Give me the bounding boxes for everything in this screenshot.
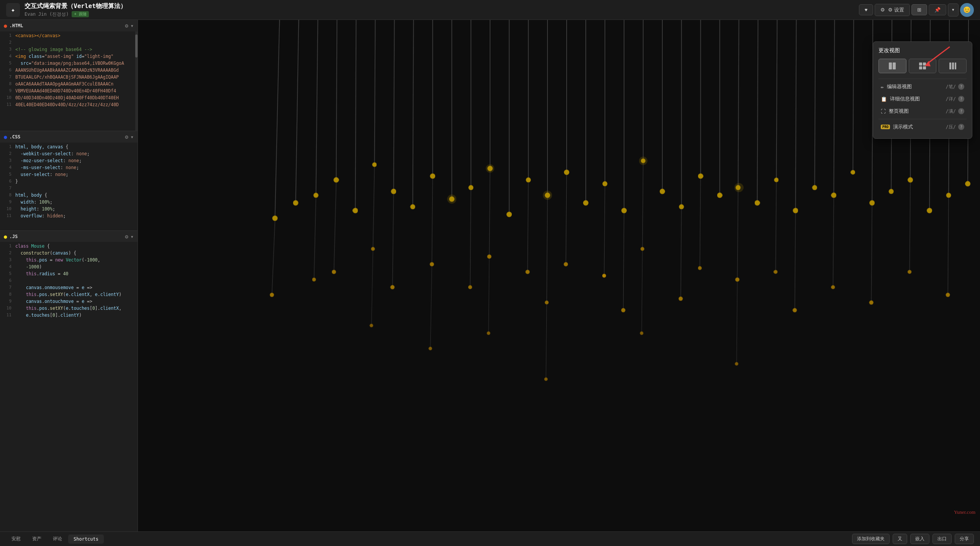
css-code-body: 1html, body, canvas { 2 -webkit-user-sel…	[0, 143, 138, 230]
svg-point-20	[371, 247, 375, 251]
css-line-2: 2 -webkit-user-select: none;	[0, 151, 138, 158]
svg-point-78	[640, 331, 643, 335]
svg-point-60	[564, 169, 569, 175]
dropdown-arrow-button[interactable]: ▾	[948, 3, 959, 16]
js-line-1: 1class Mouse {	[0, 243, 138, 250]
html-line-2: 2	[0, 40, 138, 47]
grid-icon: ⊞	[917, 7, 921, 13]
svg-point-100	[774, 178, 778, 182]
css-line-1: 1html, body, canvas {	[0, 144, 138, 151]
html-editor-icons[interactable]: ⚙ ▾	[125, 23, 134, 29]
css-editor-header: ● .CSS ⚙ ▾	[0, 131, 138, 143]
svg-point-132	[965, 181, 970, 186]
help-icon-details[interactable]: ?	[958, 96, 964, 102]
svg-point-135	[543, 191, 552, 200]
svg-point-28	[410, 204, 415, 209]
author-name: Evan Jin (진경성)	[25, 11, 69, 18]
svg-point-82	[679, 204, 684, 209]
svg-point-124	[908, 270, 911, 274]
help-icon-present[interactable]: ?	[958, 124, 964, 130]
js-line-2: 2 constructor(canvas) {	[0, 250, 138, 257]
svg-point-6	[293, 200, 298, 206]
popup-item-details[interactable]: 📋 详细信息视图 /详/ ?	[878, 93, 967, 105]
topbar: ✦ 交互式绳索背景（Verlet物理算法） Evan Jin (진경성) + 跟…	[0, 0, 980, 20]
popup-item-fullpage[interactable]: ⛶ 整页视图 /满/ ?	[878, 105, 967, 117]
popup-item-details-shortcut: /详/ ?	[946, 96, 964, 102]
view-option-grid[interactable]	[909, 59, 937, 73]
edit-icon: ✏️	[881, 84, 884, 90]
like-button[interactable]: ♥	[859, 4, 873, 15]
heart-icon: ♥	[865, 7, 868, 13]
layout-button[interactable]: ⊞	[911, 4, 927, 15]
popup-view-options	[878, 59, 967, 73]
svg-point-14	[332, 270, 336, 274]
avatar[interactable]: 😊	[960, 3, 974, 17]
svg-point-130	[946, 293, 950, 297]
svg-rect-142	[919, 62, 922, 66]
help-icon-editor[interactable]: ?	[958, 84, 964, 90]
change-view-popup: 更改视图	[873, 41, 972, 139]
svg-rect-143	[923, 62, 926, 66]
popup-item-present[interactable]: PRO 演示模式 /压/ ?	[878, 121, 967, 133]
js-editor-icons[interactable]: ⚙ ▾	[125, 234, 134, 240]
svg-point-134	[486, 164, 494, 173]
js-line-9: 9 canvas.ontouchmove = e =>	[0, 299, 138, 306]
title-block: 交互式绳索背景（Verlet物理算法） Evan Jin (진경성) + 跟随	[25, 2, 859, 18]
svg-point-68	[602, 274, 606, 278]
svg-point-58	[544, 377, 548, 381]
tab-comments[interactable]: 评论	[48, 534, 67, 544]
view-option-cols[interactable]	[939, 59, 967, 73]
share-button[interactable]: 分享	[955, 534, 974, 544]
settings-icon-html[interactable]: ⚙	[125, 23, 128, 29]
html-line-5: 5 src="data:image/png;base64,iVBORw0KGgo…	[0, 61, 138, 67]
popup-item-editor[interactable]: ✏️ 编辑器视图 /笔/ ?	[878, 81, 967, 93]
details-icon: 📋	[881, 96, 887, 102]
app-logo: ✦	[6, 3, 20, 17]
expand-icon-js[interactable]: ▾	[131, 234, 134, 240]
pro-badge: PRO	[881, 125, 890, 129]
embed-button[interactable]: 嵌入	[910, 534, 929, 544]
css-line-10: 10 height: 100%;	[0, 206, 138, 213]
svg-point-133	[447, 194, 456, 204]
css-line-3: 3 -moz-user-select: none;	[0, 158, 138, 165]
js-editor: ● .JS ⚙ ▾ 1class Mouse { 2 constructor(c…	[0, 231, 138, 531]
svg-point-76	[641, 247, 644, 251]
popup-item-details-label: 📋 详细信息视图	[881, 95, 920, 102]
svg-point-4	[270, 293, 274, 297]
svg-point-88	[698, 266, 702, 270]
split-view-icon	[888, 62, 896, 70]
css-line-7: 7	[0, 186, 138, 192]
add-to-favorites-button[interactable]: 添加到收藏夹	[852, 534, 890, 544]
svg-point-118	[869, 300, 873, 304]
settings-icon-css[interactable]: ⚙	[125, 134, 128, 140]
svg-point-84	[678, 296, 683, 301]
svg-point-34	[429, 347, 432, 350]
export-button[interactable]: 出口	[932, 534, 952, 544]
css-dot-icon: ●	[4, 134, 7, 140]
js-code-body: 1class Mouse { 2 constructor(canvas) { 3…	[0, 242, 138, 531]
css-editor-icons[interactable]: ⚙ ▾	[125, 134, 134, 140]
follow-badge[interactable]: + 跟随	[72, 11, 88, 17]
pin-button[interactable]: 📌	[929, 4, 946, 15]
popup-divider-2	[878, 119, 967, 119]
settings-button[interactable]: ⚙ ⚙ 设置	[875, 4, 910, 16]
fork-button[interactable]: 又	[893, 534, 907, 544]
tab-assets[interactable]: 资产	[27, 534, 47, 544]
css-lang-label: ● .CSS	[4, 134, 20, 140]
tab-console[interactable]: 安慰	[6, 534, 26, 544]
settings-icon-js[interactable]: ⚙	[125, 234, 128, 240]
help-icon-fullpage[interactable]: ?	[958, 108, 964, 114]
popup-item-fullpage-shortcut: /满/ ?	[946, 108, 964, 115]
cols-view-icon	[949, 62, 957, 70]
popup-item-editor-label: ✏️ 编辑器视图	[881, 83, 912, 90]
css-editor: ● .CSS ⚙ ▾ 1html, body, canvas { 2 -webk…	[0, 131, 138, 231]
tab-shortcuts[interactable]: Shortcuts	[68, 534, 104, 544]
svg-point-44	[487, 255, 492, 259]
expand-icon-html[interactable]: ▾	[131, 23, 134, 29]
grid-view-icon	[919, 62, 926, 70]
expand-icon-css[interactable]: ▾	[131, 134, 134, 140]
js-line-3: 3 this.pos = new Vector(-1000,	[0, 257, 138, 264]
svg-point-90	[717, 192, 723, 198]
svg-point-40	[468, 285, 472, 289]
view-option-split[interactable]	[878, 59, 906, 73]
